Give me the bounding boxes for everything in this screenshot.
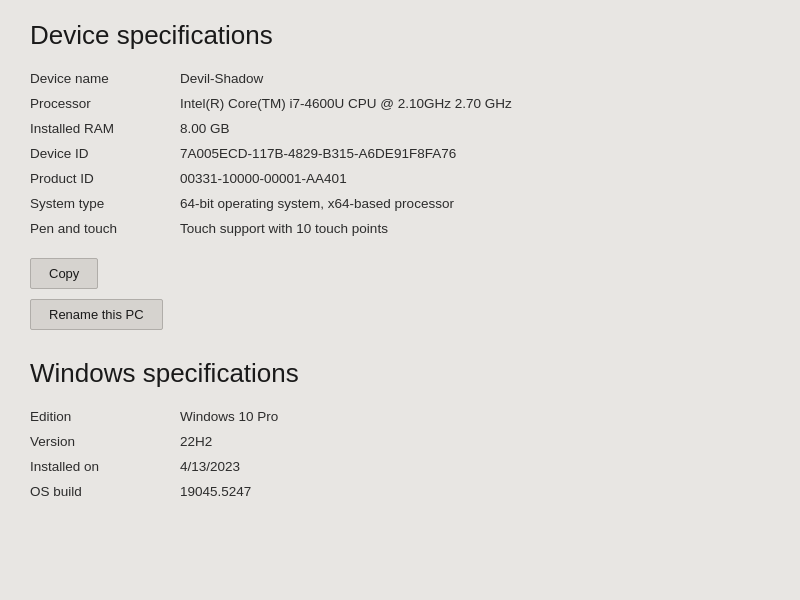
windows-specs-table: EditionWindows 10 ProVersion22H2Installe…: [30, 407, 770, 501]
rename-pc-button[interactable]: Rename this PC: [30, 299, 163, 330]
windows-specs-title: Windows specifications: [30, 358, 770, 389]
spec-value: 4/13/2023: [180, 457, 770, 476]
spec-value: 22H2: [180, 432, 770, 451]
rename-button-row: Rename this PC: [30, 299, 770, 330]
spec-value: 19045.5247: [180, 482, 770, 501]
spec-value: 64-bit operating system, x64-based proce…: [180, 194, 770, 213]
spec-label: OS build: [30, 482, 170, 501]
spec-value: Intel(R) Core(TM) i7-4600U CPU @ 2.10GHz…: [180, 94, 770, 113]
spec-label: Edition: [30, 407, 170, 426]
spec-label: Device name: [30, 69, 170, 88]
copy-button[interactable]: Copy: [30, 258, 98, 289]
spec-label: System type: [30, 194, 170, 213]
spec-label: Installed on: [30, 457, 170, 476]
spec-value: Touch support with 10 touch points: [180, 219, 770, 238]
spec-label: Pen and touch: [30, 219, 170, 238]
spec-label: Processor: [30, 94, 170, 113]
spec-value: 8.00 GB: [180, 119, 770, 138]
spec-label: Installed RAM: [30, 119, 170, 138]
spec-value: 7A005ECD-117B-4829-B315-A6DE91F8FA76: [180, 144, 770, 163]
device-specs-title: Device specifications: [30, 20, 770, 51]
spec-label: Version: [30, 432, 170, 451]
copy-button-row: Copy: [30, 258, 770, 289]
spec-value: Devil-Shadow: [180, 69, 770, 88]
spec-label: Product ID: [30, 169, 170, 188]
spec-label: Device ID: [30, 144, 170, 163]
device-specs-table: Device nameDevil-ShadowProcessorIntel(R)…: [30, 69, 770, 238]
spec-value: Windows 10 Pro: [180, 407, 770, 426]
spec-value: 00331-10000-00001-AA401: [180, 169, 770, 188]
